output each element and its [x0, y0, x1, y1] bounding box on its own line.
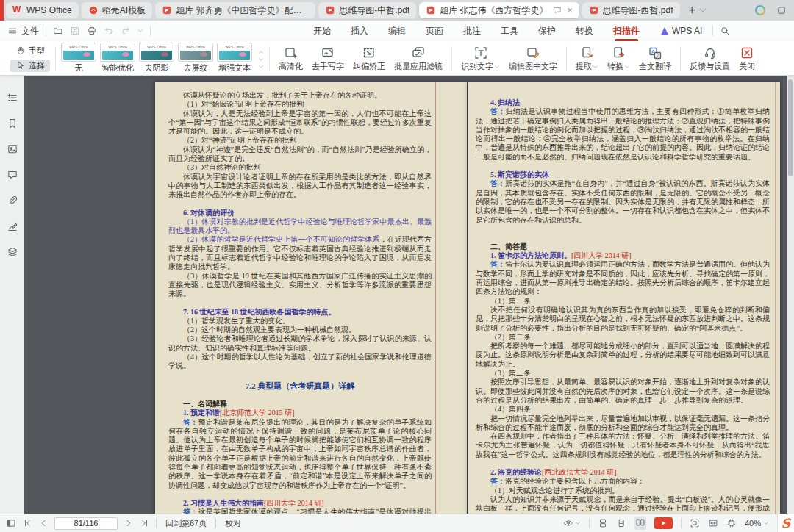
tab-3[interactable]: P 思维导图-中哲.pdf [318, 2, 416, 18]
chevron-down-icon [494, 64, 500, 70]
menu-item-5[interactable]: 工具 [501, 21, 518, 41]
layers-icon[interactable] [7, 246, 18, 258]
edit-text-button[interactable]: 编辑图中文字 [505, 46, 561, 71]
feedback-button[interactable]: 反馈与设置 [686, 46, 734, 71]
cursor-tool-button[interactable]: 选择 [10, 60, 50, 72]
redo-icon[interactable] [121, 26, 131, 36]
zoom-control[interactable]: 40% [745, 519, 769, 528]
paragraph: 5. 斯宾诺莎的实体 [476, 170, 770, 179]
signature-icon[interactable] [7, 220, 18, 232]
account-circle-icon[interactable] [754, 4, 766, 16]
paragraph: 二、简答题 [476, 242, 770, 251]
single-page-icon[interactable] [616, 518, 626, 528]
tab-2[interactable]: P 题库 郭齐勇《中国哲学史》配套题 [155, 2, 315, 18]
filter-3-button[interactable]: WPS Office 去屏纹 [178, 43, 213, 73]
scroll-down-icon[interactable] [258, 57, 264, 62]
menu-item-3[interactable]: 页面 [426, 21, 443, 41]
scroll-up-icon[interactable] [258, 49, 264, 55]
tab-chat-icon[interactable] [552, 5, 562, 15]
filter-scroll-buttons [258, 47, 264, 70]
file-menu[interactable]: 文件 [7, 25, 39, 37]
filter-group: WPS Office 无 WPS Office 智能优化 WPS Office … [61, 43, 252, 73]
thumbnail-icon[interactable] [7, 143, 18, 155]
pdf-page-left[interactable]: 休谟从怀疑论的立场出发，批判了关于上帝存在的各种证明。（1）对“始因论”证明上帝… [155, 82, 467, 514]
view-controls: 40% [563, 517, 769, 530]
tool-groups: 高清化 去手写字 纠偏矫正 批量应用滤镜 识别文字 编辑图中文字 提取 转换 A… [269, 46, 759, 71]
outline-icon[interactable] [7, 92, 18, 104]
hd-button[interactable]: 高清化 [275, 46, 307, 71]
proofread-button[interactable]: 校对 [222, 518, 244, 529]
file-menu-label: 文件 [21, 25, 39, 37]
fit-width-icon[interactable] [708, 518, 718, 528]
tab-0[interactable]: W WPS Office [6, 2, 79, 18]
paragraph: （2）第二条 [476, 333, 770, 342]
extract-button[interactable]: 提取 [572, 46, 602, 71]
batch-filter-button[interactable]: 批量应用滤镜 [390, 46, 446, 71]
restore-window-icon[interactable] [776, 5, 787, 15]
tab-close-icon[interactable]: × [568, 6, 573, 15]
back-to-page-button[interactable]: 回到第67页 [162, 518, 210, 529]
convert-button[interactable]: 转换 [604, 46, 634, 71]
menu-item-7[interactable]: 转换 [576, 21, 593, 41]
continuous-scroll-icon[interactable] [598, 518, 608, 528]
scrollbar-thumb[interactable] [788, 79, 793, 176]
divider [55, 46, 56, 70]
bookmark-icon[interactable] [7, 118, 18, 129]
two-page-view-button[interactable] [634, 517, 646, 530]
svg-text:P: P [329, 8, 332, 13]
paragraph: 1. 预定和谐[北京师范大学 2015 研] [168, 409, 432, 417]
comment-icon[interactable] [7, 169, 18, 181]
fit-screen-icon[interactable] [726, 518, 737, 528]
hand-tool-button[interactable]: 手型 [10, 45, 50, 57]
divider [712, 26, 713, 36]
ocr-button[interactable]: 识别文字 [457, 46, 504, 71]
pdf-page-right[interactable]: 4. 归纳法答：归纳法是认识事物过程当中使用的思维方法，主要有四种形式：①简单枚… [468, 82, 780, 514]
erase-hw-button[interactable]: 去手写字 [308, 46, 348, 71]
menu-item-9[interactable]: WPS AI [659, 21, 702, 41]
page-text: 4. 归纳法答：归纳法是认识事物过程当中使用的思维方法，主要有四种形式：①简单枚… [476, 98, 770, 514]
tab-5[interactable]: P 思维导图-西哲.pdf [582, 2, 680, 18]
menu-item-0[interactable]: 开始 [313, 21, 331, 41]
menu-item-8[interactable]: 扫描件 [613, 21, 640, 41]
read-mode-button[interactable] [563, 518, 581, 528]
undo-icon[interactable] [104, 26, 114, 36]
previous-page-icon[interactable] [38, 518, 49, 528]
close-red-button[interactable]: 关闭 [735, 46, 759, 71]
open-file-icon[interactable] [53, 26, 63, 36]
vertical-scrollbar[interactable] [787, 76, 794, 514]
paragraph: （2）这个时期的自然观主要表现为一种机械自然观。 [168, 326, 432, 334]
more-commands-icon[interactable] [137, 28, 143, 34]
new-tab-button[interactable]: + [689, 4, 695, 17]
brand-accent-strip [0, 0, 4, 21]
paragraph: 认为人的知识并非来源于天赋观念，而是来自于经验。提出“白板说”。人的心灵就像一块… [476, 495, 770, 514]
filter-1-button[interactable]: WPS Office 智能优化 [100, 43, 135, 73]
menu-item-1[interactable]: 插入 [351, 21, 368, 41]
play-slideshow-button[interactable] [654, 517, 673, 529]
tab-4[interactable]: P 题库 张志伟《西方哲学史》 × [419, 2, 579, 18]
last-page-icon[interactable] [140, 518, 150, 528]
print-icon[interactable] [87, 26, 97, 36]
filter-4-button[interactable]: WPS Office 增强文本 [217, 43, 252, 73]
toggle-sidebar-icon[interactable] [6, 518, 16, 528]
search-icon[interactable] [720, 26, 730, 36]
menu-item-4[interactable]: 批注 [463, 21, 481, 41]
first-page-icon[interactable] [22, 518, 32, 528]
expand-gallery-icon[interactable] [258, 64, 264, 70]
menu-item-6[interactable]: 保护 [538, 21, 556, 41]
menu-item-2[interactable]: 编辑 [388, 21, 406, 41]
next-page-icon[interactable] [124, 518, 134, 528]
chevron-down-icon [575, 520, 581, 526]
filter-2-button[interactable]: WPS Office 去阴影 [139, 43, 174, 73]
divider [150, 26, 151, 36]
translate-button[interactable]: A文 全文翻译 [635, 46, 675, 71]
paragraph: 答：预定和谐是莱布尼茨提出的理论，其目的是为了解决复杂的单子系统如何在各自独立运… [168, 418, 432, 490]
deskew-button[interactable]: 纠偏矫正 [349, 46, 389, 71]
save-icon[interactable] [70, 26, 80, 36]
zoom-level: 40% [745, 519, 761, 528]
attachment-icon[interactable] [7, 195, 18, 206]
tab-list-chevron-icon[interactable] [698, 6, 707, 15]
filter-0-button[interactable]: WPS Office 无 [61, 43, 96, 73]
fit-page-icon[interactable] [690, 518, 700, 528]
tab-1[interactable]: 稻壳AI模板 [82, 2, 152, 18]
page-number-input[interactable] [54, 517, 118, 530]
